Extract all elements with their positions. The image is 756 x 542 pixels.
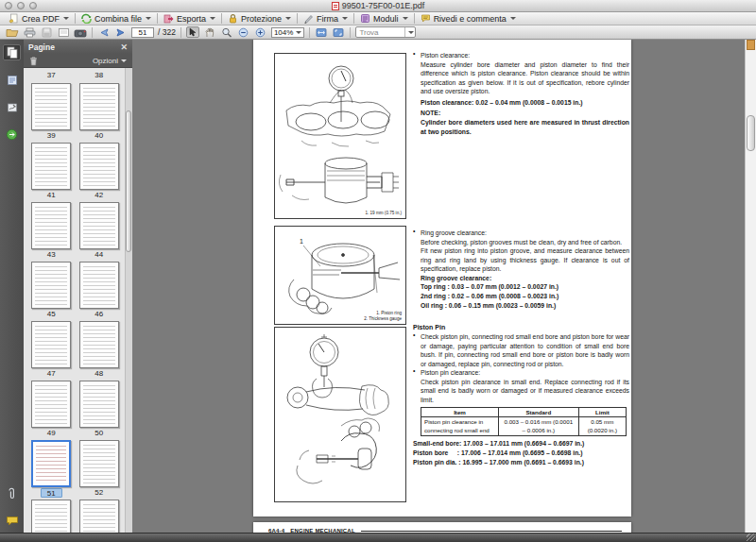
page-thumbnail-51[interactable]	[31, 440, 71, 487]
arrow-left-icon	[98, 27, 110, 38]
forms-button[interactable]: Moduli	[355, 12, 413, 25]
page-thumbnail-label-52[interactable]: 52	[89, 488, 109, 498]
review-comment-label: Rivedi e commenta	[434, 14, 507, 24]
panel-options-button[interactable]: Opzioni	[93, 57, 127, 65]
page-thumbnail-45[interactable]	[31, 262, 71, 309]
layers-panel-button[interactable]	[3, 72, 21, 88]
attach-button[interactable]	[57, 26, 70, 38]
pages-panel-button[interactable]	[3, 44, 21, 60]
comments-panel-button[interactable]	[3, 513, 21, 529]
chevron-down-icon	[342, 17, 348, 20]
page-thumbnail-label-39[interactable]: 39	[42, 131, 61, 141]
zoom-level-select[interactable]: 104%	[271, 27, 304, 38]
chevron-down-icon	[296, 31, 301, 34]
window-title: 99501-75F00-01E.pdf	[342, 1, 425, 10]
resize-grip[interactable]	[747, 534, 755, 541]
document-pane[interactable]: 1. 19 mm (0.75 in.) 1	[132, 40, 756, 533]
page-thumbnail-39[interactable]	[31, 83, 71, 130]
review-comment-button[interactable]: Rivedi e commenta	[416, 12, 521, 25]
page-thumbnail-label-49[interactable]: 49	[42, 429, 61, 438]
trash-icon[interactable]	[29, 56, 38, 66]
page-thumbnail-41[interactable]	[31, 143, 71, 190]
spec-table-header-row: ItemStandardLimit	[421, 408, 627, 417]
page-thumbnail-42[interactable]	[79, 143, 119, 190]
figure2-captions: 1. Piston ring2. Thickness gauge	[364, 311, 402, 322]
sign-button[interactable]: Firma	[299, 12, 352, 25]
page-thumbnail-label-37[interactable]: 37	[42, 71, 61, 80]
combine-files-button[interactable]: Combina file	[77, 12, 156, 25]
page-thumbnail-44[interactable]	[79, 202, 119, 249]
print-button[interactable]	[23, 26, 36, 38]
page-thumbnail-label-50[interactable]: 50	[89, 429, 109, 438]
create-pdf-button[interactable]: Crea PDF	[4, 12, 74, 25]
select-tool-button[interactable]	[186, 26, 199, 38]
pen-icon	[303, 13, 314, 24]
page-thumbnail-label-45[interactable]: 45	[42, 310, 61, 319]
find-dropdown-button[interactable]	[404, 27, 415, 37]
pdf-file-icon	[332, 2, 339, 10]
close-panel-button[interactable]: ✕	[120, 42, 128, 52]
svg-text:1: 1	[300, 238, 303, 245]
figure2-caption-line: 2. Thickness gauge	[364, 316, 402, 322]
note-label: NOTE:	[421, 109, 629, 118]
attachments-panel-button[interactable]	[3, 485, 21, 501]
zoom-in-button[interactable]	[254, 26, 267, 38]
document-scrollbar[interactable]	[745, 40, 756, 533]
piston-clearance-spec: Piston clearance: 0.02 – 0.04 mm (0.0008…	[421, 98, 629, 108]
signature-icon	[7, 102, 18, 113]
find-input[interactable]: Trova	[355, 26, 416, 38]
ring-groove-specs: Top ring : 0.03 – 0.07 mm (0.0012 – 0.00…	[421, 282, 629, 311]
page-thumbnail-label-41[interactable]: 41	[42, 191, 61, 200]
how-to-panel-button[interactable]	[3, 127, 21, 143]
next-page-button[interactable]	[114, 26, 128, 38]
page-thumbnail-label-40[interactable]: 40	[89, 131, 109, 141]
page-thumbnail-43[interactable]	[31, 202, 71, 249]
spec-table-cell: 0.003 – 0.016 mm (0.0001 – 0.0006 in.)	[499, 417, 579, 436]
toolbar-divider	[309, 27, 310, 38]
page-thumbnail-40[interactable]	[79, 83, 119, 130]
document-scrollbar-thumb[interactable]	[747, 115, 755, 151]
page-thumbnail-47[interactable]	[31, 321, 71, 368]
scrollbar-bookmark-marker	[747, 40, 755, 50]
page-thumbnail-54[interactable]	[79, 500, 119, 533]
page-thumbnail-46[interactable]	[79, 262, 119, 309]
signatures-panel-button[interactable]	[3, 99, 21, 115]
page-thumbnail-label-47[interactable]: 47	[42, 369, 61, 379]
zoom-out-button[interactable]	[237, 26, 250, 38]
page-thumbnail-52[interactable]	[79, 440, 119, 487]
zoom-marquee-button[interactable]	[220, 26, 233, 38]
page-number-input[interactable]	[131, 27, 154, 38]
page-thumbnail-label-51[interactable]: 51	[41, 488, 62, 498]
page-thumbnail-label-43[interactable]: 43	[42, 250, 61, 260]
open-file-button[interactable]	[6, 26, 19, 38]
ring-groove-body2: Fit new piston ring into piston groove, …	[421, 246, 629, 274]
save-button[interactable]	[40, 26, 53, 38]
page-thumbnail-label-38[interactable]: 38	[89, 71, 109, 80]
snapshot-button[interactable]	[74, 26, 87, 38]
ring-groove-title: Ring groove clearance:	[421, 229, 629, 238]
spec-table-header: Limit	[578, 408, 626, 417]
sidebar-scrollbar-thumb[interactable]	[126, 110, 131, 252]
page-thumbnail-50[interactable]	[79, 381, 119, 428]
thumbnail-cell: 51	[29, 438, 73, 498]
thumbnails-viewport: 37383940414243444546474849505152	[24, 68, 132, 533]
page-thumbnail-label-44[interactable]: 44	[89, 250, 109, 260]
sticky-comment-icon	[6, 516, 19, 526]
hand-tool-button[interactable]	[203, 26, 216, 38]
thumbnail-cell: 37	[29, 70, 73, 80]
sidebar-scrollbar[interactable]	[125, 68, 132, 533]
full-screen-button[interactable]	[332, 26, 345, 38]
page-thumbnail-53[interactable]	[31, 500, 71, 533]
page-thumbnail-label-46[interactable]: 46	[89, 310, 109, 319]
export-button[interactable]: Esporta	[159, 12, 220, 25]
previous-page-button[interactable]	[97, 26, 111, 38]
figure-cylinder-bore-and-piston-measurement: 1. 19 mm (0.75 in.)	[274, 53, 406, 219]
page-thumbnail-label-48[interactable]: 48	[89, 369, 109, 379]
page-thumbnail-48[interactable]	[79, 321, 119, 368]
protection-button[interactable]: Protezione	[223, 12, 296, 25]
page-thumbnail-49[interactable]	[31, 381, 71, 428]
fit-width-button[interactable]	[315, 26, 328, 38]
thumbnail-row: 3738	[24, 70, 132, 80]
page-thumbnail-label-42[interactable]: 42	[89, 191, 109, 200]
spec-table-header: Standard	[499, 408, 579, 417]
